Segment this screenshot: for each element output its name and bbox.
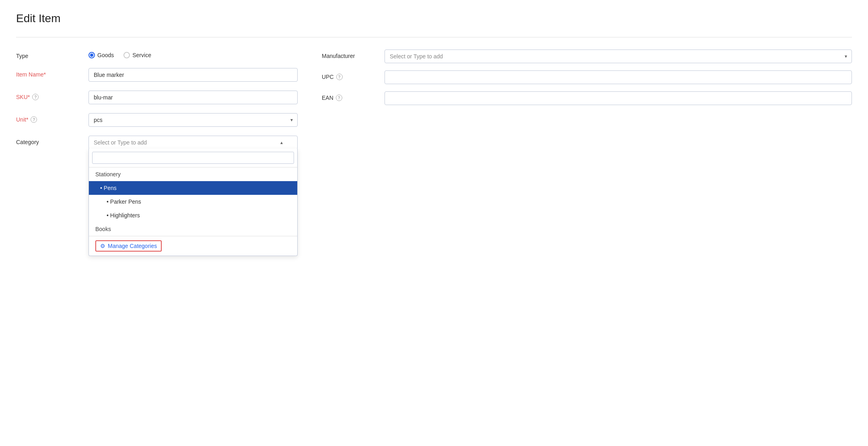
manufacturer-select[interactable]: Select or Type to add [385, 50, 852, 63]
form-layout: Type Goods Service [16, 50, 852, 158]
category-trigger-text: Select or Type to add [94, 139, 147, 146]
ean-help-icon[interactable]: ? [336, 95, 342, 101]
form-right: Manufacturer Select or Type to add ▾ UPC [322, 50, 852, 158]
radio-goods-label: Goods [97, 52, 114, 58]
upc-label: UPC ? [322, 70, 378, 80]
category-item-highlighters[interactable]: • Highlighters [89, 209, 297, 222]
right-form-rows: Manufacturer Select or Type to add ▾ UPC [322, 50, 852, 105]
sku-help-icon[interactable]: ? [32, 94, 39, 100]
category-item-pens[interactable]: • Pens [89, 181, 297, 195]
ean-control [385, 91, 852, 105]
divider [16, 37, 852, 37]
page-title: Edit Item [16, 12, 852, 25]
category-item-stationery[interactable]: Stationery [89, 167, 297, 181]
unit-select[interactable]: pcs kg ltr box [88, 113, 298, 127]
item-name-label: Item Name* [16, 68, 88, 78]
manufacturer-label: Manufacturer [322, 50, 378, 59]
upc-input[interactable] [385, 70, 852, 84]
item-name-row: Item Name* [16, 68, 298, 82]
ean-row: EAN ? [322, 91, 852, 105]
category-label: Category [16, 136, 88, 145]
manufacturer-select-wrapper: Select or Type to add ▾ [385, 50, 852, 63]
manage-categories-label: Manage Categories [108, 243, 157, 249]
category-row: Category Select or Type to add ▴ Station… [16, 136, 298, 149]
category-search-wrapper [89, 149, 297, 167]
category-item-parker-pens[interactable]: • Parker Pens [89, 195, 297, 209]
ean-input[interactable] [385, 91, 852, 105]
category-search-input[interactable] [92, 152, 294, 164]
category-dropdown-panel: Stationery • Pens • Parker Pens • Highli… [88, 149, 298, 256]
manage-categories-button[interactable]: ⚙ Manage Categories [95, 240, 162, 252]
category-dropdown-list: Stationery • Pens • Parker Pens • Highli… [89, 167, 297, 236]
item-name-input[interactable] [88, 68, 298, 82]
radio-goods-circle [88, 52, 95, 58]
gear-icon: ⚙ [100, 243, 105, 249]
manufacturer-row: Manufacturer Select or Type to add ▾ [322, 50, 852, 63]
form-left: Type Goods Service [16, 50, 298, 158]
radio-service-circle [123, 52, 130, 58]
unit-control: pcs kg ltr box ▾ [88, 113, 298, 127]
unit-help-icon[interactable]: ? [31, 116, 37, 123]
type-control: Goods Service [88, 50, 298, 58]
ean-label: EAN ? [322, 91, 378, 101]
category-item-books[interactable]: Books [89, 222, 297, 236]
upc-row: UPC ? [322, 70, 852, 84]
radio-service[interactable]: Service [123, 52, 151, 58]
sku-input[interactable] [88, 91, 298, 104]
upc-help-icon[interactable]: ? [336, 74, 343, 80]
radio-group: Goods Service [88, 50, 298, 58]
category-chevron-up-icon: ▴ [280, 140, 283, 145]
type-label: Type [16, 50, 88, 59]
unit-row: Unit* ? pcs kg ltr box ▾ [16, 113, 298, 127]
category-footer: ⚙ Manage Categories [89, 236, 297, 256]
sku-control [88, 91, 298, 104]
unit-select-wrapper: pcs kg ltr box ▾ [88, 113, 298, 127]
radio-service-label: Service [132, 52, 151, 58]
upc-control [385, 70, 852, 84]
sku-label: SKU* ? [16, 91, 88, 100]
manufacturer-control: Select or Type to add ▾ [385, 50, 852, 63]
item-name-control [88, 68, 298, 82]
radio-goods[interactable]: Goods [88, 52, 114, 58]
category-control: Select or Type to add ▴ Stationery • Pen… [88, 136, 298, 149]
sku-row: SKU* ? [16, 91, 298, 104]
category-trigger[interactable]: Select or Type to add ▴ [88, 136, 298, 149]
type-row: Type Goods Service [16, 50, 298, 59]
unit-label: Unit* ? [16, 113, 88, 123]
page-container: Edit Item Type Goods Service [0, 0, 868, 446]
